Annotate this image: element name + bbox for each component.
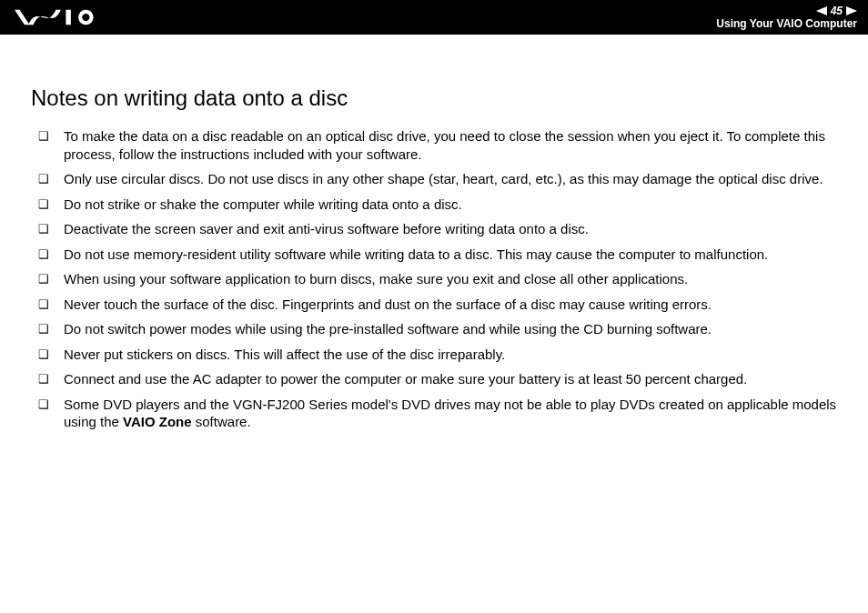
bullet-icon: ❑ bbox=[38, 396, 56, 414]
list-item: ❑Do not strike or shake the computer whi… bbox=[31, 196, 837, 214]
page-title: Notes on writing data onto a disc bbox=[31, 85, 837, 111]
bullet-icon: ❑ bbox=[38, 346, 56, 364]
prev-page-arrow-icon[interactable] bbox=[816, 6, 827, 15]
list-item: ❑Do not use memory-resident utility soft… bbox=[31, 246, 837, 264]
list-item: ❑Some DVD players and the VGN-FJ200 Seri… bbox=[31, 396, 837, 431]
list-item-text: Do not strike or shake the computer whil… bbox=[64, 196, 837, 214]
page-number: 45 bbox=[831, 5, 843, 16]
list-item: ❑Deactivate the screen saver and exit an… bbox=[31, 220, 837, 238]
list-item-text: Some DVD players and the VGN-FJ200 Serie… bbox=[64, 396, 837, 431]
bullet-icon: ❑ bbox=[38, 320, 56, 338]
bullet-icon: ❑ bbox=[38, 370, 56, 388]
bullet-icon: ❑ bbox=[38, 296, 56, 314]
svg-marker-2 bbox=[846, 6, 857, 15]
list-item: ❑Connect and use the AC adapter to power… bbox=[31, 370, 837, 388]
bullet-icon: ❑ bbox=[38, 127, 56, 146]
list-item-text: Never touch the surface of the disc. Fin… bbox=[64, 296, 837, 314]
list-item-text: Only use circular discs. Do not use disc… bbox=[64, 170, 837, 188]
list-item: ❑Never put stickers on discs. This will … bbox=[31, 346, 837, 364]
bullet-icon: ❑ bbox=[38, 170, 56, 188]
svg-marker-1 bbox=[816, 6, 827, 15]
list-item: ❑To make the data on a disc readable on … bbox=[31, 127, 837, 163]
list-item-text: Deactivate the screen saver and exit ant… bbox=[64, 220, 837, 238]
list-item-text: When using your software application to … bbox=[64, 270, 837, 288]
list-item-text: Never put stickers on discs. This will a… bbox=[64, 346, 837, 364]
header-right: 45 Using Your VAIO Computer bbox=[716, 5, 857, 29]
list-item-text: Connect and use the AC adapter to power … bbox=[64, 370, 837, 388]
list-item: ❑Never touch the surface of the disc. Fi… bbox=[31, 296, 837, 314]
list-item-text: To make the data on a disc readable on a… bbox=[64, 127, 837, 163]
svg-rect-0 bbox=[66, 10, 71, 25]
list-item: ❑Only use circular discs. Do not use dis… bbox=[31, 170, 837, 188]
page-header: 45 Using Your VAIO Computer bbox=[0, 0, 868, 35]
vaio-logo bbox=[15, 8, 115, 26]
page-root: 45 Using Your VAIO Computer Notes on wri… bbox=[0, 0, 868, 613]
notes-list: ❑To make the data on a disc readable on … bbox=[31, 127, 837, 431]
list-item: ❑When using your software application to… bbox=[31, 270, 837, 288]
list-item-text: Do not use memory-resident utility softw… bbox=[64, 246, 837, 264]
section-label: Using Your VAIO Computer bbox=[716, 18, 857, 29]
list-item: ❑Do not switch power modes while using t… bbox=[31, 320, 837, 338]
bullet-icon: ❑ bbox=[38, 246, 56, 264]
bullet-icon: ❑ bbox=[38, 270, 56, 288]
bullet-icon: ❑ bbox=[38, 220, 56, 238]
bullet-icon: ❑ bbox=[38, 196, 56, 214]
page-content: Notes on writing data onto a disc ❑To ma… bbox=[0, 35, 868, 438]
page-navigator: 45 bbox=[816, 5, 857, 16]
next-page-arrow-icon[interactable] bbox=[846, 6, 857, 15]
list-item-text: Do not switch power modes while using th… bbox=[64, 320, 837, 338]
